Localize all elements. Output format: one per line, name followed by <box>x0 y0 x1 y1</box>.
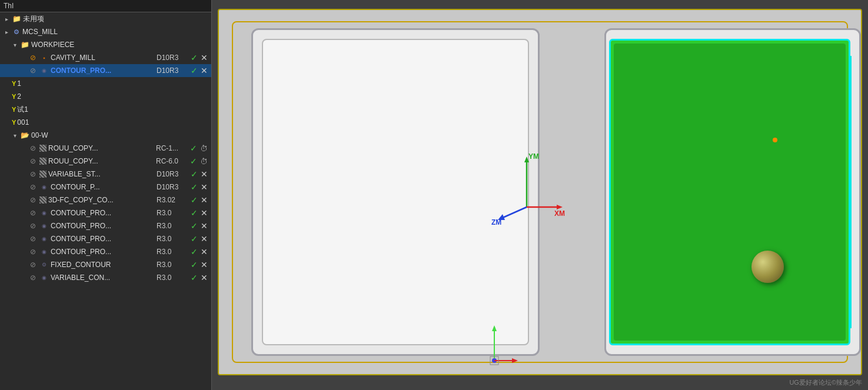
op-fixed-icon: ⊘ <box>28 260 38 269</box>
tree-container[interactable]: ▸📁未用项▸⚙MCS_MILL▾📁WORKPIECE ⊘▪CAVITY_MILL… <box>0 12 211 390</box>
tree-item-contour_pro3[interactable]: ⊘◉CONTOUR_PRO...R3.0✓✕ <box>0 206 211 219</box>
tool-label-contour_pro5: R3.0 <box>157 235 189 243</box>
tool-label-fixed_contour: R3.0 <box>157 261 189 269</box>
y-icon: Y <box>12 106 16 113</box>
node-label-variable_con: VARIABLE_CON... <box>51 274 157 282</box>
tree-item-workpiece[interactable]: ▾📁WORKPIECE <box>0 38 211 51</box>
left-panel: ThI ▸📁未用项▸⚙MCS_MILL▾📁WORKPIECE ⊘▪CAVITY_… <box>0 0 212 390</box>
spacer-icon <box>19 248 27 256</box>
tree-item-mcs_mill[interactable]: ▸⚙MCS_MILL <box>0 25 211 38</box>
del-icon-cavity_mill[interactable]: ✕ <box>201 53 208 62</box>
y-icon: Y <box>12 80 16 87</box>
check-icon-contour_pro5: ✓ <box>191 234 198 244</box>
tree-item-y2[interactable]: Y2 <box>0 90 211 103</box>
check-icon-contour_p2: ✓ <box>191 182 198 192</box>
tree-item-contour_pro5[interactable]: ⊘◉CONTOUR_PRO...R3.0✓✕ <box>0 232 211 245</box>
part-right-section <box>604 28 861 356</box>
del-icon-contour_p2[interactable]: ✕ <box>201 182 208 192</box>
tree-item-y1[interactable]: Y1 <box>0 77 211 90</box>
del-icon-variable_con[interactable]: ✕ <box>201 273 208 282</box>
cyan-highlight <box>850 56 852 328</box>
svg-marker-7 <box>557 205 563 209</box>
viewport[interactable]: YM ZM XM UG爱好者论坛©辣条少年 <box>212 0 868 390</box>
del-icon-fixed_contour[interactable]: ✕ <box>201 260 208 269</box>
expand-icon[interactable]: ▾ <box>11 131 19 139</box>
tool-label-rouu_copy1: RC-1... <box>156 144 188 152</box>
expand-icon[interactable]: ▸ <box>2 28 11 36</box>
node-label-g00w: 00-W <box>31 131 209 139</box>
tool-label-contour_p2: D10R3 <box>157 183 189 191</box>
tree-item-fixed_contour[interactable]: ⊘⚙FIXED_CONTOURR3.0✓✕ <box>0 258 211 271</box>
node-label-rouu_copy6: ROUU_COPY... <box>48 157 156 165</box>
clock-icon-rouu_copy1: ⏱ <box>200 144 208 153</box>
del-icon-contour_pro[interactable]: ✕ <box>201 66 208 75</box>
op-cavity-icon: ⊘ <box>28 53 38 62</box>
tree-item-contour_p2[interactable]: ⊘◉CONTOUR_P...D10R3✓✕ <box>0 181 211 194</box>
del-icon-variable_st[interactable]: ✕ <box>201 169 208 179</box>
expand-icon[interactable]: ▸ <box>2 15 11 23</box>
op-c2-icon: ⊘ <box>28 182 38 192</box>
check-icon-cavity_mill: ✓ <box>191 53 198 62</box>
node-label-y001: 001 <box>17 118 209 126</box>
node-label-contour_pro: CONTOUR_PRO... <box>51 66 157 75</box>
del-icon-contour_pro3[interactable]: ✕ <box>201 208 208 218</box>
spacer-icon <box>2 105 11 114</box>
tree-item-g00w[interactable]: ▾📂00-W <box>0 129 211 142</box>
del-icon-3dfc_copy[interactable]: ✕ <box>201 195 208 205</box>
node-label-fixed_contour: FIXED_CONTOUR <box>51 261 157 269</box>
del-icon-contour_pro5[interactable]: ✕ <box>201 234 208 244</box>
viewport-canvas: YM ZM XM <box>218 9 862 375</box>
svg-text:YM: YM <box>528 152 539 161</box>
tree-item-unused[interactable]: ▸📁未用项 <box>0 12 211 25</box>
tree-item-variable_con[interactable]: ⊘◉VARIABLE_CON...R3.0✓✕ <box>0 271 211 284</box>
mcs-icon: ⚙ <box>12 27 21 36</box>
check-icon-variable_con: ✓ <box>191 273 198 282</box>
node-label-contour_pro6: CONTOUR_PRO... <box>51 248 157 256</box>
spacer-icon <box>19 222 27 230</box>
spacer-icon <box>2 118 11 126</box>
node-label-unused: 未用项 <box>23 14 209 24</box>
op-cavity-sub-icon: ▪ <box>39 53 49 62</box>
tree-item-rouu_copy1[interactable]: ⊘ROUU_COPY...RC-1...✓⏱ <box>0 142 211 155</box>
part-view: YM ZM XM <box>219 10 861 374</box>
3d-ball <box>751 251 784 283</box>
node-label-3dfc_copy: 3D-FC_COPY_CO... <box>48 196 157 204</box>
op-stripe-icon: ⊘ <box>28 144 38 153</box>
coordinate-axes: YM ZM XM <box>488 148 565 225</box>
tool-label-contour_pro3: R3.0 <box>157 209 189 217</box>
check-icon-contour_pro3: ✓ <box>191 208 198 218</box>
tree-item-contour_pro4[interactable]: ⊘◉CONTOUR_PRO...R3.0✓✕ <box>0 219 211 232</box>
tree-item-3dfc_copy[interactable]: ⊘3D-FC_COPY_CO...R3.02✓✕ <box>0 194 211 206</box>
tool-label-variable_con: R3.0 <box>157 274 189 282</box>
tool-label-cavity_mill: D10R3 <box>157 54 189 62</box>
del-icon-contour_pro4[interactable]: ✕ <box>201 221 208 231</box>
tree-item-contour_pro6[interactable]: ⊘◉CONTOUR_PRO...R3.0✓✕ <box>0 245 211 258</box>
op-fixed-sub: ⚙ <box>39 260 49 269</box>
node-label-contour_pro4: CONTOUR_PRO... <box>51 222 157 230</box>
tree-item-contour_pro[interactable]: ⊘◉CONTOUR_PRO...D10R3✓✕ <box>0 64 211 77</box>
spacer-icon <box>19 157 27 165</box>
del-icon-contour_pro6[interactable]: ✕ <box>201 247 208 256</box>
expand-icon[interactable]: ▾ <box>11 41 19 49</box>
folder-icon: 📁 <box>12 14 21 24</box>
op-c3-sub: ◉ <box>39 208 49 218</box>
spacer-icon <box>19 66 27 75</box>
op-c3-icon: ⊘ <box>28 234 38 244</box>
spacer-icon <box>19 144 27 152</box>
tree-item-rouu_copy6[interactable]: ⊘ROUU_COPY...RC-6.0✓⏱ <box>0 155 211 168</box>
stripe-pattern <box>39 158 46 165</box>
tree-item-cavity_mill[interactable]: ⊘▪CAVITY_MILLD10R3✓✕ <box>0 51 211 64</box>
check-icon-variable_st: ✓ <box>191 169 198 179</box>
svg-text:XM: XM <box>554 209 565 218</box>
check-icon-fixed_contour: ✓ <box>191 260 198 269</box>
tree-item-ytest1[interactable]: Y试1 <box>0 103 211 116</box>
tool-label-rouu_copy6: RC-6.0 <box>156 157 188 165</box>
y-icon: Y <box>12 93 16 100</box>
op-stripe-icon: ⊘ <box>28 169 38 179</box>
check-icon-rouu_copy6: ✓ <box>190 156 197 166</box>
spacer-icon <box>19 209 27 217</box>
tree-item-y001[interactable]: Y001 <box>0 116 211 129</box>
op-c3-sub: ◉ <box>39 221 49 231</box>
tree-item-variable_st[interactable]: ⊘VARIABLE_ST...D10R3✓✕ <box>0 168 211 181</box>
node-label-variable_st: VARIABLE_ST... <box>48 170 157 178</box>
